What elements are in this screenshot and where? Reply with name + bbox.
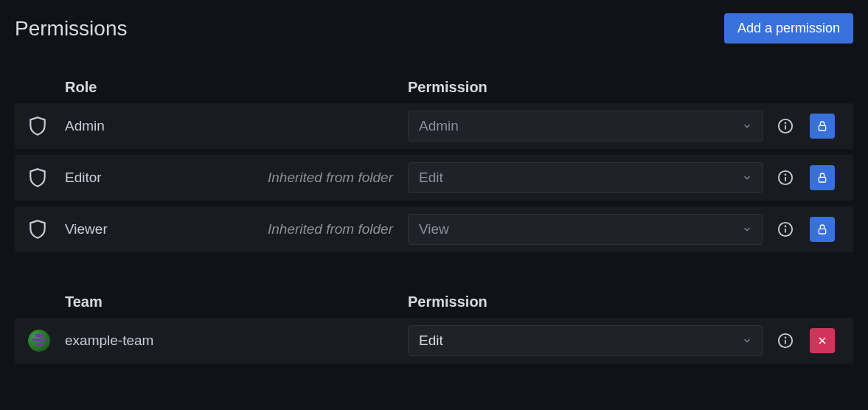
info-icon[interactable] bbox=[777, 170, 794, 186]
column-header-permission: Permission bbox=[408, 293, 487, 310]
role-name: Admin bbox=[65, 118, 235, 134]
column-header-team: Team bbox=[65, 293, 408, 310]
team-row: example-team Edit bbox=[15, 318, 853, 364]
remove-button[interactable] bbox=[810, 328, 835, 353]
permission-select-value: Admin bbox=[419, 118, 459, 134]
svg-rect-11 bbox=[819, 229, 825, 234]
inherited-label: Inherited from folder bbox=[235, 221, 408, 237]
shield-icon bbox=[28, 167, 47, 188]
role-row: Admin Admin bbox=[15, 103, 853, 149]
chevron-down-icon bbox=[742, 224, 752, 234]
shield-icon bbox=[28, 219, 47, 240]
team-name: example-team bbox=[65, 333, 235, 349]
permission-select-value: View bbox=[419, 221, 449, 237]
info-icon[interactable] bbox=[777, 118, 794, 134]
lock-icon bbox=[816, 223, 828, 236]
permission-select[interactable]: Edit bbox=[408, 162, 763, 193]
close-icon bbox=[816, 335, 828, 347]
permission-select-value: Edit bbox=[419, 170, 443, 186]
role-row: Editor Inherited from folder Edit bbox=[15, 155, 853, 201]
role-section: Role Permission Admin Admin bbox=[15, 79, 853, 252]
svg-rect-7 bbox=[819, 177, 825, 182]
page-title: Permissions bbox=[15, 17, 127, 41]
permission-select[interactable]: View bbox=[408, 214, 763, 245]
lock-button[interactable] bbox=[810, 165, 835, 190]
role-row: Viewer Inherited from folder View bbox=[15, 206, 853, 252]
svg-point-14 bbox=[785, 337, 786, 338]
lock-button[interactable] bbox=[810, 217, 835, 242]
svg-point-2 bbox=[785, 122, 786, 123]
role-name: Viewer bbox=[65, 221, 235, 237]
lock-button[interactable] bbox=[810, 114, 835, 139]
svg-rect-3 bbox=[819, 125, 825, 131]
column-header-permission: Permission bbox=[408, 79, 487, 96]
add-permission-button[interactable]: Add a permission bbox=[724, 13, 853, 44]
lock-icon bbox=[816, 119, 828, 133]
column-header-role: Role bbox=[65, 79, 408, 96]
team-section: Team Permission example-team Edit bbox=[15, 293, 853, 364]
info-icon[interactable] bbox=[777, 221, 794, 237]
permission-select[interactable]: Admin bbox=[408, 111, 763, 142]
shield-icon bbox=[28, 116, 47, 136]
info-icon[interactable] bbox=[777, 333, 794, 349]
chevron-down-icon bbox=[742, 336, 752, 346]
page-header: Permissions Add a permission bbox=[15, 13, 853, 44]
permission-select-value: Edit bbox=[419, 333, 443, 349]
svg-point-10 bbox=[785, 226, 786, 226]
svg-point-6 bbox=[785, 174, 786, 175]
inherited-label: Inherited from folder bbox=[235, 170, 408, 186]
chevron-down-icon bbox=[742, 173, 752, 183]
team-avatar bbox=[28, 330, 50, 352]
lock-icon bbox=[816, 171, 828, 184]
chevron-down-icon bbox=[742, 121, 752, 131]
role-name: Editor bbox=[65, 170, 235, 186]
permission-select[interactable]: Edit bbox=[408, 325, 763, 356]
